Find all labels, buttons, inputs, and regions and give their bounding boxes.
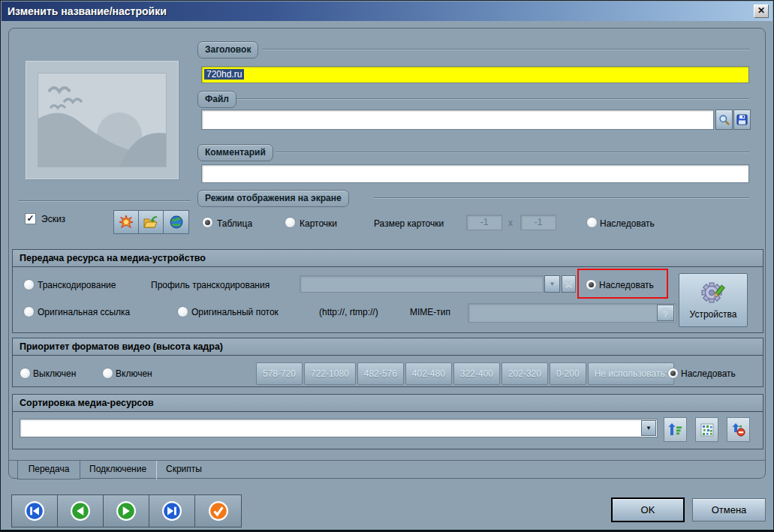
generate-thumbnail-button[interactable] xyxy=(114,211,139,233)
chevron-down-icon: ▼ xyxy=(550,281,556,287)
display-mode-cards-label: Карточки xyxy=(300,218,337,229)
previous-icon xyxy=(70,500,91,521)
sort-custom-button[interactable] xyxy=(695,417,718,442)
tab-transfer[interactable]: Передача xyxy=(17,461,80,479)
original-stream-label: Оригинальный поток xyxy=(191,307,279,317)
tab-connection[interactable]: Подключение xyxy=(80,461,155,479)
transfer-inherit-label: Наследовать xyxy=(599,280,654,290)
format-inherit-radio[interactable] xyxy=(667,368,679,379)
sun-burst-icon xyxy=(119,215,133,229)
file-input[interactable] xyxy=(201,110,714,130)
mime-type-label: MIME-тип xyxy=(410,307,450,317)
checkmark-icon: ✓ xyxy=(26,213,34,224)
bottom-tab-strip: Передача Подключение Скрипты xyxy=(9,460,765,479)
next-record-button[interactable] xyxy=(104,495,149,527)
open-folder-icon xyxy=(143,216,158,229)
original-link-label: Оригинальная ссылка xyxy=(38,307,130,317)
thumbnail-toolbar xyxy=(113,210,189,234)
transcoding-radio[interactable] xyxy=(23,279,35,290)
landscape-placeholder-icon xyxy=(38,74,167,167)
floppy-disk-icon xyxy=(736,114,748,125)
first-record-button[interactable] xyxy=(12,495,58,527)
format-on-label: Включен xyxy=(116,368,152,379)
close-button[interactable]: ✕ xyxy=(754,5,769,18)
original-link-radio[interactable] xyxy=(23,306,35,317)
format-range-button[interactable]: 0-200 xyxy=(550,362,586,385)
file-rule xyxy=(235,98,749,100)
cancel-button-label: Отмена xyxy=(712,504,747,515)
display-mode-table-label: Таблица xyxy=(217,218,252,229)
devices-button[interactable]: Устройства xyxy=(679,273,748,327)
card-width-input[interactable]: -1 xyxy=(466,215,502,230)
web-thumbnail-button[interactable] xyxy=(164,211,188,233)
card-size-label: Размер карточки xyxy=(374,218,444,229)
next-icon xyxy=(116,500,137,521)
format-range-button[interactable]: Не использовать: xyxy=(588,362,674,385)
format-off-label: Выключен xyxy=(33,368,76,379)
open-thumbnail-button[interactable] xyxy=(139,211,164,233)
format-range-button[interactable]: 482-576 xyxy=(357,362,404,385)
transcoding-profile-clear-button[interactable]: ✕ xyxy=(562,275,576,293)
title-input-selected-text: 720hd.ru xyxy=(204,69,244,80)
tab-scripts[interactable]: Скрипты xyxy=(156,461,211,479)
sorting-combo-dropdown-button[interactable]: ▼ xyxy=(641,420,656,436)
title-input[interactable]: 720hd.ru xyxy=(201,66,749,83)
apply-button[interactable] xyxy=(195,495,241,527)
help-icon: ? xyxy=(660,308,671,319)
original-stream-radio[interactable] xyxy=(177,306,188,317)
cancel-button[interactable]: Отмена xyxy=(692,498,766,521)
skip-to-first-icon xyxy=(24,500,45,521)
edit-settings-dialog: Изменить название/настройки ✕ ✓ Эскиз xyxy=(0,0,774,532)
gear-pencil-icon xyxy=(699,281,727,306)
close-icon: ✕ xyxy=(757,5,765,16)
sort-ascending-button[interactable] xyxy=(664,417,687,442)
browse-file-button[interactable] xyxy=(715,110,733,130)
thumbnail-divider xyxy=(18,200,191,202)
previous-record-button[interactable] xyxy=(58,495,104,527)
ok-button[interactable]: OK xyxy=(611,497,685,522)
display-mode-rule xyxy=(374,197,749,199)
format-range-button[interactable]: 322-400 xyxy=(453,362,500,385)
thumbnail-checkbox[interactable]: ✓ xyxy=(25,213,36,224)
display-mode-cards-radio[interactable] xyxy=(285,217,296,228)
file-field-label: Файл xyxy=(197,91,236,108)
format-priority-section-header: Приоритет форматов видео (высота кадра) xyxy=(13,338,763,356)
apply-check-icon xyxy=(208,500,229,521)
display-mode-table-radio[interactable] xyxy=(202,217,213,228)
format-on-radio[interactable] xyxy=(102,368,113,379)
format-range-button[interactable]: 202-320 xyxy=(501,362,548,385)
sorting-combo[interactable] xyxy=(20,419,658,437)
window-title: Изменить название/настройки xyxy=(8,5,754,17)
sort-ascending-icon xyxy=(668,422,682,437)
transfer-inherit-radio[interactable] xyxy=(586,279,597,290)
thumbnail-preview xyxy=(26,61,179,179)
format-range-button[interactable]: 578-720 xyxy=(256,362,303,385)
format-range-button[interactable]: 402-480 xyxy=(405,362,452,385)
comment-rule xyxy=(276,152,749,153)
transcoding-profile-dropdown-button[interactable]: ▼ xyxy=(544,275,560,293)
mime-type-help-button[interactable]: ? xyxy=(657,305,674,321)
mime-type-combo[interactable] xyxy=(468,303,676,323)
format-range-button[interactable]: 722-1080 xyxy=(304,362,356,385)
grid-shuffle-icon xyxy=(700,423,714,437)
protocols-hint: (http://, rtmp://) xyxy=(319,307,378,317)
display-mode-section-label: Режим отображения на экране xyxy=(197,190,349,207)
comment-input[interactable] xyxy=(201,164,749,183)
last-record-button[interactable] xyxy=(149,495,195,527)
title-bar[interactable]: Изменить название/настройки ✕ xyxy=(2,2,772,21)
card-height-input[interactable]: -1 xyxy=(520,215,556,230)
thumbnail-placeholder-image xyxy=(38,73,167,167)
save-file-button[interactable] xyxy=(733,110,751,130)
record-navigation-toolbar xyxy=(11,494,242,527)
card-size-separator: x xyxy=(508,218,513,228)
sort-remove-button[interactable] xyxy=(727,417,750,442)
display-mode-inherit-radio[interactable] xyxy=(586,217,598,228)
devices-button-label: Устройства xyxy=(690,309,737,320)
remove-sort-icon xyxy=(731,422,745,437)
title-rule xyxy=(262,49,749,50)
format-off-radio[interactable] xyxy=(20,368,31,379)
transfer-section-header: Передача ресурса на медиа-устройство xyxy=(13,250,763,267)
sorting-section-header: Сортировка медиа-ресурсов xyxy=(13,395,763,412)
comment-field-label: Комментарий xyxy=(197,144,273,161)
transcoding-profile-combo[interactable] xyxy=(300,275,544,293)
